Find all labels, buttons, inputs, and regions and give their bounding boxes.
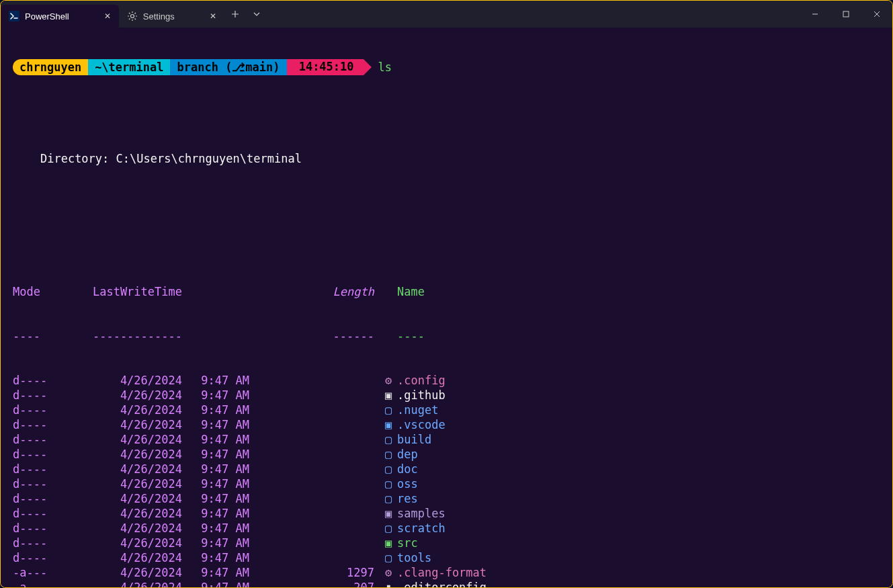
file-mode: d----	[13, 432, 48, 447]
file-date: 4/26/2024	[48, 536, 182, 550]
tab-powershell[interactable]: PowerShell ✕	[1, 5, 119, 28]
file-length	[259, 388, 380, 403]
svg-rect-2	[843, 11, 849, 17]
file-mode: d----	[13, 388, 48, 403]
close-icon[interactable]: ✕	[101, 10, 114, 22]
gear-icon	[127, 11, 138, 22]
powershell-icon	[9, 11, 19, 22]
file-date: 4/26/2024	[48, 388, 182, 403]
close-window-button[interactable]	[861, 3, 892, 25]
maximize-button[interactable]	[831, 3, 861, 25]
prompt-path: ~\terminal	[88, 59, 170, 75]
listing-dashes: ---------------------------	[1, 329, 892, 343]
file-name: oss	[397, 476, 418, 491]
list-item: d----4/26/20249:47 AM▢dep	[1, 447, 892, 462]
list-item: d----4/26/20249:47 AM▣.github	[1, 388, 892, 403]
file-name: .vscode	[397, 417, 445, 432]
file-length: 1297	[259, 565, 380, 580]
close-icon[interactable]: ✕	[207, 10, 219, 22]
file-length	[259, 432, 380, 447]
command-text: ls	[378, 60, 392, 75]
list-item: d----4/26/20249:47 AM▣samples	[1, 506, 892, 521]
file-time: 9:47 AM	[182, 403, 259, 417]
file-type-icon: ▢	[380, 462, 397, 476]
list-item: d----4/26/20249:47 AM▢build	[1, 432, 892, 447]
file-name: samples	[397, 506, 445, 521]
titlebar: PowerShell ✕ Settings ✕	[1, 1, 892, 28]
file-mode: d----	[13, 506, 48, 521]
file-type-icon: ▢	[380, 521, 397, 536]
terminal-window: PowerShell ✕ Settings ✕	[0, 0, 893, 588]
file-type-icon: ▢	[380, 491, 397, 506]
file-date: 4/26/2024	[48, 447, 182, 462]
file-date: 4/26/2024	[48, 373, 182, 388]
file-name: .editorconfig	[397, 580, 486, 587]
file-time: 9:47 AM	[182, 536, 259, 550]
file-type-icon: ▣	[380, 417, 397, 432]
list-item: d----4/26/20249:47 AM⚙.config	[1, 373, 892, 388]
file-date: 4/26/2024	[48, 521, 182, 536]
file-date: 4/26/2024	[48, 462, 182, 476]
file-length	[259, 521, 380, 536]
file-length	[259, 536, 380, 550]
file-length	[259, 373, 380, 388]
file-name: .nuget	[397, 403, 438, 417]
terminal-pane[interactable]: chrnguyen ~\terminal branch (⎇main) 14:4…	[1, 28, 892, 587]
prompt-arrow-icon	[364, 59, 372, 75]
file-time: 9:47 AM	[182, 417, 259, 432]
file-mode: -a---	[13, 565, 48, 580]
list-item: d----4/26/20249:47 AM▢doc	[1, 462, 892, 476]
file-date: 4/26/2024	[48, 580, 182, 587]
file-length	[259, 417, 380, 432]
file-mode: d----	[13, 550, 48, 565]
svg-point-1	[130, 15, 134, 18]
file-length	[259, 550, 380, 565]
list-item: d----4/26/20249:47 AM▢.nuget	[1, 403, 892, 417]
list-item: -a---4/26/20249:47 AM207▮.editorconfig	[1, 580, 892, 587]
file-type-icon: ▢	[380, 432, 397, 447]
list-item: d----4/26/20249:47 AM▣src	[1, 536, 892, 550]
file-time: 9:47 AM	[182, 565, 259, 580]
file-mode: d----	[13, 403, 48, 417]
file-time: 9:47 AM	[182, 373, 259, 388]
tab-label: PowerShell	[25, 11, 69, 22]
file-length	[259, 476, 380, 491]
file-time: 9:47 AM	[182, 447, 259, 462]
prompt-user: chrnguyen	[13, 59, 88, 75]
prompt-time: 14:45:10	[287, 59, 364, 75]
file-type-icon: ▢	[380, 550, 397, 565]
tab-settings[interactable]: Settings ✕	[119, 5, 224, 28]
file-name: scratch	[397, 521, 445, 536]
file-name: tools	[397, 550, 431, 565]
tab-dropdown-button[interactable]	[246, 3, 267, 25]
file-type-icon: ⚙	[380, 565, 397, 580]
file-date: 4/26/2024	[48, 491, 182, 506]
listing-header: ModeLastWriteTimeLengthName	[1, 284, 892, 299]
file-type-icon: ▣	[380, 536, 397, 550]
directory-line: Directory: C:\Users\chrnguyen\terminal	[1, 151, 892, 166]
file-time: 9:47 AM	[182, 432, 259, 447]
file-time: 9:47 AM	[182, 462, 259, 476]
file-name: dep	[397, 447, 418, 462]
file-name: .clang-format	[397, 565, 486, 580]
window-controls	[800, 3, 892, 25]
file-length	[259, 403, 380, 417]
list-item: d----4/26/20249:47 AM▣.vscode	[1, 417, 892, 432]
file-type-icon: ⚙	[380, 373, 397, 388]
minimize-button[interactable]	[800, 3, 831, 25]
list-item: d----4/26/20249:47 AM▢oss	[1, 476, 892, 491]
file-time: 9:47 AM	[182, 388, 259, 403]
file-time: 9:47 AM	[182, 550, 259, 565]
file-time: 9:47 AM	[182, 506, 259, 521]
file-length: 207	[259, 580, 380, 587]
prompt-line: chrnguyen ~\terminal branch (⎇main) 14:4…	[1, 58, 892, 76]
file-mode: d----	[13, 447, 48, 462]
file-length	[259, 447, 380, 462]
list-item: d----4/26/20249:47 AM▢scratch	[1, 521, 892, 536]
file-mode: -a---	[13, 580, 48, 587]
file-type-icon: ▣	[380, 506, 397, 521]
new-tab-button[interactable]	[224, 3, 246, 25]
file-type-icon: ▢	[380, 476, 397, 491]
file-name: .config	[397, 373, 445, 388]
file-date: 4/26/2024	[48, 476, 182, 491]
